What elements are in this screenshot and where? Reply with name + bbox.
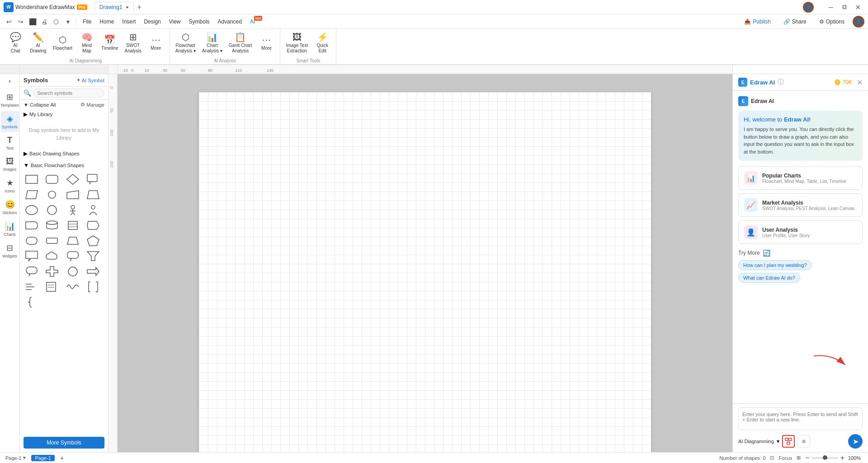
timeline-button[interactable]: 📅 Timeline	[99, 33, 121, 53]
shape-callout3[interactable]	[65, 249, 81, 263]
redo-button[interactable]: ↪	[15, 16, 26, 27]
flowchart-analysis-button[interactable]: ⬡ FlowchartAnalysis ▾	[173, 31, 198, 56]
rp-close-button[interactable]: ✕	[857, 78, 863, 87]
undo-button[interactable]: ↩	[4, 16, 14, 27]
more-symbols-button[interactable]: More Symbols	[24, 437, 104, 449]
diagram-mode-button[interactable]	[782, 435, 795, 448]
send-button[interactable]: ➤	[848, 434, 863, 449]
menu-file[interactable]: File	[79, 17, 95, 27]
mode-dropdown-icon[interactable]: ▾	[777, 438, 779, 444]
shape-stadium[interactable]	[44, 187, 60, 202]
collapse-all-button[interactable]: ▼ Collapse All	[24, 102, 56, 108]
flowchart-button[interactable]: ⬡ Flowchart	[50, 33, 75, 53]
shape-person[interactable]	[65, 203, 81, 217]
user-avatar[interactable]: 👤	[803, 2, 814, 13]
nav-images[interactable]: 🖼 Images	[1, 154, 19, 174]
shape-stored-data[interactable]	[65, 218, 81, 233]
shape-delay[interactable]	[24, 218, 40, 233]
shape-plus[interactable]	[44, 264, 60, 279]
nav-templates[interactable]: ⊞ Templates	[1, 89, 19, 110]
shape-funnel[interactable]	[85, 249, 101, 263]
zoom-slider[interactable]	[811, 457, 839, 459]
menu-symbols[interactable]: Symbols	[185, 17, 213, 27]
page-tab[interactable]: Page-1	[31, 455, 54, 461]
suggestion-popular-charts[interactable]: 📊 Popular Charts Flowchart, Mind Map, Ta…	[738, 166, 863, 190]
close-button[interactable]: ✕	[852, 3, 864, 12]
nav-symbols[interactable]: ◈ Symbols	[1, 111, 19, 132]
chip-edraw[interactable]: What can Edraw AI do?	[738, 273, 800, 283]
new-tab-button[interactable]: +	[135, 2, 144, 12]
focus-mode[interactable]: Focus	[778, 455, 792, 461]
nav-collapse-button[interactable]: ‹	[1, 76, 19, 87]
manage-button[interactable]: ⚙ Manage	[80, 102, 104, 108]
tab-close-icon[interactable]: ●	[126, 5, 129, 9]
menu-insert[interactable]: Insert	[118, 17, 139, 27]
chart-analysis-button[interactable]: 📊 ChartAnalysis ▾	[199, 31, 225, 56]
ai-symbol-button[interactable]: ✦ AI Symbol	[76, 77, 104, 83]
shape-rect-small[interactable]	[44, 234, 60, 248]
shape-trapezoid[interactable]	[65, 234, 81, 248]
menu-design[interactable]: Design	[140, 17, 164, 27]
shape-rounded-rect2[interactable]	[24, 234, 40, 248]
try-more-icon[interactable]: 🔄	[763, 249, 770, 257]
chip-wedding[interactable]: How can I plan my wedding?	[738, 260, 812, 270]
shape-callout[interactable]	[85, 172, 101, 187]
shape-annotation[interactable]	[24, 280, 40, 294]
share-button[interactable]: 🔗 Share	[779, 17, 811, 27]
shape-arrow[interactable]	[85, 264, 101, 279]
ai-chat-button[interactable]: 💬 AIChat	[5, 31, 26, 56]
menu-home[interactable]: Home	[96, 17, 118, 27]
ai-input[interactable]	[738, 407, 863, 430]
help-icon[interactable]: ⓘ	[778, 78, 784, 86]
gantt-analysis-button[interactable]: 📋 Gantt ChartAnalysis	[226, 31, 255, 56]
shape-ellipse[interactable]	[24, 203, 40, 217]
ai-drawing-button[interactable]: ✏️ AIDrawing	[27, 31, 49, 56]
shape-circle[interactable]	[44, 203, 60, 217]
shape-data[interactable]	[44, 218, 60, 233]
display-icon[interactable]: ⊞	[797, 455, 801, 461]
search-input[interactable]	[33, 89, 104, 98]
quick-edit-button[interactable]: ⚡ QuickEdit	[311, 31, 333, 56]
nav-widgets[interactable]: ⊟ Widgets	[1, 240, 19, 261]
nav-stickers[interactable]: 😊 Stickers	[1, 197, 19, 218]
nav-icons[interactable]: ★ Icons	[1, 175, 19, 196]
shape-manual-input[interactable]	[65, 187, 81, 202]
basic-flowchart-header[interactable]: ▼ Basic Flowchart Shapes	[20, 160, 108, 170]
shape-note[interactable]	[44, 280, 60, 294]
mind-map-button[interactable]: 🧠 MindMap	[76, 31, 98, 56]
basic-drawing-header[interactable]: ▶ Basic Drawing Shapes	[20, 149, 108, 159]
shape-parallelogram[interactable]	[24, 187, 40, 202]
zoom-plus[interactable]: +	[840, 454, 844, 462]
menu-advanced[interactable]: Advanced	[214, 17, 245, 27]
zoom-minus[interactable]: −	[805, 454, 809, 462]
shape-manual-op[interactable]	[85, 187, 101, 202]
menu-view[interactable]: View	[165, 17, 184, 27]
shape-rounded-rect[interactable]	[44, 172, 60, 187]
shape-brace-callout[interactable]	[65, 264, 81, 279]
shape-bracket[interactable]	[85, 280, 101, 294]
shape-diamond[interactable]	[65, 172, 81, 187]
nav-text[interactable]: T Text	[1, 133, 19, 153]
export-button[interactable]: ⬡	[51, 16, 61, 27]
print-button[interactable]: 🖨	[39, 16, 50, 27]
document-tab[interactable]: Drawing1 ●	[94, 2, 134, 13]
shape-pentagon[interactable]	[85, 234, 101, 248]
publish-button[interactable]: 📤 Publish	[740, 17, 775, 27]
add-page-button[interactable]: +	[60, 454, 64, 462]
swot-button[interactable]: ⊞ SWOTAnalysis	[122, 31, 144, 56]
more-qa-button[interactable]: ▾	[62, 16, 73, 27]
save-button[interactable]: ⬛	[27, 16, 38, 27]
shape-wave[interactable]	[65, 280, 81, 294]
more-ai-button[interactable]: ⋯ More	[145, 33, 167, 53]
options-button[interactable]: ⚙ Options	[815, 17, 849, 27]
more-analysis-button[interactable]: ⋯ More	[255, 33, 277, 53]
minimize-button[interactable]: ─	[825, 3, 837, 12]
user-avatar-menu[interactable]: 👤	[853, 16, 864, 28]
suggestion-market-analysis[interactable]: 📈 Market Analysis SWOT Analysis, PEST An…	[738, 193, 863, 217]
text-mode-button[interactable]: ≡	[797, 435, 810, 448]
shape-display[interactable]	[85, 218, 101, 233]
suggestion-user-analysis[interactable]: 👤 User Analysis User Profile, User Story	[738, 220, 863, 244]
zoom-handle[interactable]	[823, 455, 827, 460]
shape-rounded-callout[interactable]	[24, 264, 40, 279]
shape-cloud[interactable]	[44, 249, 60, 263]
